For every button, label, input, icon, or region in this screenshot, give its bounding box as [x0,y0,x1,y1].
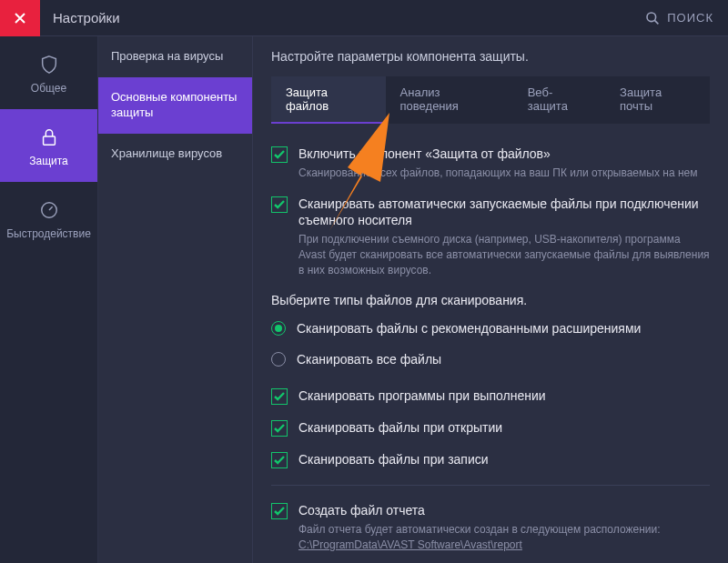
subnav-item-core-shields[interactable]: Основные компоненты защиты [98,77,252,134]
check-icon [274,456,285,465]
tab-mail-shield[interactable]: Защита почты [605,76,710,124]
search-icon [645,11,660,25]
option-scan-on-write: Сканировать файлы при записи [271,451,710,468]
subnav-item-virus-scan[interactable]: Проверка на вирусы [98,36,252,77]
checkbox-enable-file-shield[interactable] [271,146,288,163]
option-label: Включить компонент «Защита от файлов» [298,146,710,162]
gauge-icon [39,200,59,220]
divider [271,485,710,486]
option-desc: Файл отчета будет автоматически создан в… [298,522,710,553]
shield-icon [39,55,59,75]
check-icon [274,507,285,516]
subnav: Проверка на вирусы Основные компоненты з… [98,36,253,563]
option-label: Сканировать программы при выполнении [298,387,546,404]
scan-types-heading: Выберите типы файлов для сканирования. [271,293,710,307]
option-label: Создать файл отчета [298,502,710,518]
option-label: Сканировать автоматически запускаемые фа… [298,196,710,228]
sidebar-item-general[interactable]: Общее [0,36,97,109]
option-scan-recommended-ext: Сканировать файлы с рекомендованными рас… [271,320,710,337]
option-label: Сканировать файлы при записи [298,451,489,467]
checkbox-scan-on-open[interactable] [271,420,288,437]
option-desc: При подключении съемного диска (например… [298,232,710,277]
checkbox-scan-on-exec[interactable] [271,388,288,405]
check-icon [274,424,285,433]
sidebar-item-label: Быстродействие [4,227,94,240]
check-icon [274,392,285,401]
option-label: Сканировать файлы при открытии [298,419,502,436]
radio-scan-all-files[interactable] [271,352,286,367]
sidebar: Общее Защита Быстродействие [0,36,98,563]
option-label: Сканировать файлы с рекомендованными рас… [297,320,641,337]
sidebar-item-performance[interactable]: Быстродействие [0,182,97,255]
svg-rect-1 [43,136,55,145]
option-scan-on-open: Сканировать файлы при открытии [271,419,710,437]
option-scan-all-files: Сканировать все файлы [271,351,710,367]
topbar: Настройки поиск [0,0,728,36]
tab-behavior[interactable]: Анализ поведения [386,76,513,124]
option-create-report: Создать файл отчета Файл отчета будет ав… [271,502,710,553]
svg-point-0 [647,13,656,22]
checkbox-scan-autorun[interactable] [271,196,288,213]
tabs: Защита файлов Анализ поведения Веб-защит… [271,76,710,124]
checkbox-create-report[interactable] [271,503,288,519]
option-enable-file-shield: Включить компонент «Защита от файлов» Ск… [271,146,710,181]
subnav-item-virus-chest[interactable]: Хранилище вирусов [98,134,252,175]
tab-web-shield[interactable]: Веб-защита [513,76,605,124]
report-path-link[interactable]: C:\ProgramData\AVAST Software\Avast\repo… [298,538,522,551]
tab-file-shield[interactable]: Защита файлов [271,76,386,124]
check-icon [274,200,285,209]
intro-text: Настройте параметры компонента защиты. [271,49,710,64]
window-title: Настройки [53,10,120,25]
radio-scan-recommended-ext[interactable] [271,321,286,336]
check-icon [274,150,285,159]
sidebar-item-label: Общее [4,82,94,95]
content: Настройте параметры компонента защиты. З… [253,36,728,563]
lock-icon [39,127,59,147]
checkbox-scan-on-write[interactable] [271,452,288,468]
sidebar-item-protection[interactable]: Защита [0,109,97,182]
option-scan-on-exec: Сканировать программы при выполнении [271,387,710,405]
sidebar-item-label: Защита [4,155,94,167]
option-label: Сканировать все файлы [297,351,441,367]
close-button[interactable] [0,0,40,36]
option-desc: Сканирование всех файлов, попадающих на … [298,166,710,181]
search-button[interactable]: поиск [645,11,713,25]
close-icon [14,12,26,25]
search-label: поиск [667,11,713,25]
option-scan-autorun: Сканировать автоматически запускаемые фа… [271,196,710,278]
